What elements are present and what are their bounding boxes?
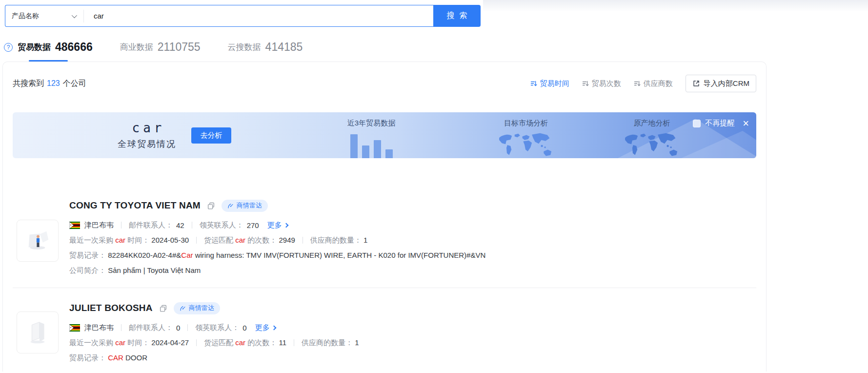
business-radar-badge[interactable]: 商情雷达 [174, 302, 220, 314]
tab-count: 486666 [55, 41, 93, 54]
company-card: CONG TY TOYOTA VIET NAM 商情雷达 [13, 158, 756, 288]
linkedin-contacts-value: 270 [247, 221, 259, 229]
sort-label: 供应商数 [644, 79, 673, 88]
company-card: JULIET BOKOSHA 商情雷达 [13, 288, 756, 362]
help-icon[interactable]: ? [4, 43, 13, 52]
results-count: 123 [47, 79, 60, 88]
linkedin-contacts-label: 领英联系人： [200, 221, 243, 230]
tab-trade-data[interactable]: ? 贸易数据 486666 [4, 41, 93, 54]
search-box: 产品名称 [5, 5, 433, 27]
top-shade [483, 0, 868, 12]
sort-supplier-count[interactable]: 供应商数 [634, 79, 673, 88]
trade-record-value: CAR DOOR [108, 353, 147, 362]
results-header: 共搜索到 123 个公司 贸易时间 贸易次数 [13, 75, 756, 92]
import-crm-button[interactable]: 导入内部CRM [686, 75, 756, 92]
chevron-right-icon [271, 326, 276, 331]
company-intro-row: 公司简介： Sản phẩm | Toyota Việt Nam [69, 266, 756, 275]
feature-label: 近3年贸易数据 [315, 119, 427, 128]
company-intro-value: Sản phẩm | Toyota Việt Nam [108, 266, 201, 274]
banner-keyword: car [115, 121, 179, 135]
copy-icon[interactable] [207, 202, 215, 210]
results-panel: 共搜索到 123 个公司 贸易时间 贸易次数 [2, 62, 767, 372]
country-label: 津巴布韦 [84, 323, 114, 332]
country-label: 津巴布韦 [84, 221, 114, 230]
supplier-count-stat: 供应商的数量： 1 [302, 338, 359, 348]
more-link[interactable]: 更多 [267, 221, 288, 230]
sort-icon [530, 80, 537, 87]
banner-keyword-block: car 全球贸易情况 去分析 [115, 121, 231, 150]
trade-record-label: 贸易记录： [69, 353, 106, 362]
business-radar-badge[interactable]: 商情雷达 [222, 200, 268, 212]
analysis-banner: car 全球贸易情况 去分析 近3年贸易数据 目标市场分析 [13, 112, 756, 158]
purchase-stats-row: 最近一次采购 car 时间： 2024-04-27 货运匹配 car 的次数： … [69, 338, 756, 347]
shipping-match-stat: 货运匹配 car 的次数： 11 [204, 338, 286, 348]
company-thumbnail[interactable] [17, 311, 59, 353]
import-icon [692, 80, 700, 87]
search-button[interactable]: 搜索 [433, 5, 481, 27]
dismiss-label: 不再提醒 [705, 119, 734, 128]
world-map-icon [621, 132, 683, 158]
feature-trade-data: 近3年贸易数据 [315, 119, 427, 158]
sort-label: 贸易时间 [540, 79, 569, 88]
trade-record-row: 贸易记录： CAR DOOR [69, 353, 756, 362]
tab-label: 贸易数据 [18, 41, 51, 53]
supplier-count-stat: 供应商的数量： 1 [310, 236, 368, 245]
email-contacts-label: 邮件联系人： [129, 221, 173, 230]
trade-search-page: 产品名称 搜索 ? 贸易数据 486666 商业数据 2110755 云搜数据 … [0, 0, 868, 373]
tab-label: 云搜数据 [228, 41, 261, 53]
zimbabwe-flag-icon [69, 324, 80, 332]
tab-count: 2110755 [158, 41, 201, 54]
linkedin-contacts-value: 0 [242, 324, 246, 332]
dismiss-control: 不再提醒 × [693, 119, 749, 128]
close-icon[interactable]: × [743, 120, 749, 127]
tab-business-data[interactable]: 商业数据 2110755 [120, 41, 201, 54]
last-purchase-stat: 最近一次采购 car 时间： 2024-04-27 [69, 338, 189, 348]
tab-count: 414185 [265, 41, 303, 54]
world-map-icon [495, 132, 557, 158]
last-purchase-stat: 最近一次采购 car 时间： 2024-05-30 [69, 236, 189, 245]
shipping-match-stat: 货运匹配 car 的次数： 2949 [204, 236, 295, 245]
zimbabwe-flag-icon [69, 222, 80, 229]
radar-icon [180, 305, 186, 311]
feature-label: 目标市场分析 [470, 119, 582, 128]
more-link[interactable]: 更多 [255, 323, 276, 332]
badge-label: 商情雷达 [237, 201, 262, 210]
trade-record-value: 82284KK020-A02-4#&Car wiring harness: TM… [108, 251, 485, 259]
linkedin-contacts-label: 领英联系人： [195, 323, 239, 332]
company-name[interactable]: JULIET BOKOSHA [69, 303, 153, 313]
data-source-tabs: ? 贸易数据 486666 商业数据 2110755 云搜数据 414185 [4, 41, 868, 62]
more-label: 更多 [267, 221, 282, 230]
feature-target-market: 目标市场分析 [470, 119, 582, 158]
copy-icon[interactable] [159, 304, 167, 312]
sort-trade-count[interactable]: 贸易次数 [582, 79, 621, 88]
chevron-right-icon [283, 223, 288, 228]
results-summary: 共搜索到 123 个公司 [13, 79, 86, 89]
company-intro-label: 公司简介： [69, 266, 106, 274]
search-input[interactable] [84, 12, 433, 20]
feature-label: 原产地分析 [603, 119, 701, 128]
search-category-select[interactable]: 产品名称 [5, 12, 83, 21]
company-details: CONG TY TOYOTA VIET NAM 商情雷达 [69, 199, 756, 275]
sort-trade-time[interactable]: 贸易时间 [530, 79, 569, 88]
more-label: 更多 [255, 323, 270, 332]
dismiss-checkbox[interactable] [693, 120, 701, 127]
sort-icon [634, 80, 641, 87]
search-bar: 产品名称 搜索 [5, 5, 481, 27]
trade-record-row: 贸易记录： 82284KK020-A02-4#&Car wiring harne… [69, 251, 756, 260]
search-category-label: 产品名称 [12, 12, 39, 21]
company-name[interactable]: CONG TY TOYOTA VIET NAM [69, 200, 201, 211]
import-crm-label: 导入内部CRM [704, 79, 749, 88]
tab-cloud-search-data[interactable]: 云搜数据 414185 [228, 41, 303, 54]
tab-label: 商业数据 [120, 41, 153, 53]
trade-record-label: 贸易记录： [69, 251, 106, 259]
company-thumbnail[interactable] [17, 220, 59, 262]
radar-icon [227, 203, 234, 209]
purchase-stats-row: 最近一次采购 car 时间： 2024-05-30 货运匹配 car 的次数： … [69, 236, 756, 245]
sort-label: 贸易次数 [592, 79, 621, 88]
results-prefix: 共搜索到 [13, 79, 44, 89]
email-contacts-value: 0 [176, 324, 180, 332]
contacts-row: 津巴布韦 邮件联系人： 42 领英联系人： 270 更多 [69, 221, 756, 229]
analyze-button[interactable]: 去分析 [191, 127, 231, 144]
results-actions: 贸易时间 贸易次数 供应商数 [530, 75, 756, 92]
email-contacts-label: 邮件联系人： [129, 323, 173, 332]
